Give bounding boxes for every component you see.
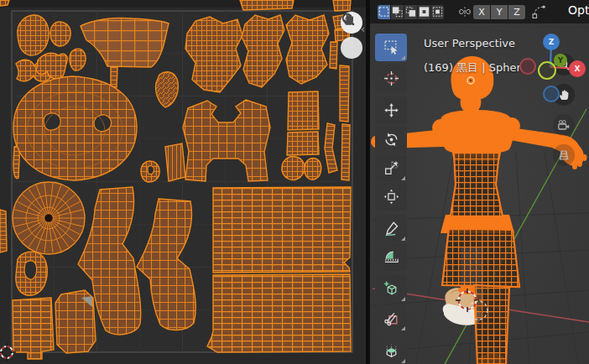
uv-island-top-fragment-b[interactable]	[333, 0, 351, 11]
uv-island-long-strip[interactable]	[340, 65, 349, 122]
uv-pan-hand-icon[interactable]	[341, 37, 362, 59]
mirror-axis-x-toggle[interactable]: X	[473, 5, 490, 19]
collapse-arrow[interactable]: ‹	[361, 23, 365, 34]
gizmo-axis-label: X	[575, 65, 581, 73]
viewport-camera-view-icon[interactable]	[553, 114, 575, 136]
uv-island-big-rect-bottom[interactable]	[207, 274, 351, 352]
viewport-3d: XYZ Opt User Perspective (169) 黒目 | Sphe…	[370, 0, 589, 364]
viewport-grid-ortho-icon[interactable]	[553, 144, 575, 166]
gizmo-hollow-axis-ball[interactable]	[520, 59, 535, 74]
uv-island-corner-fragment[interactable]	[0, 0, 9, 6]
select-mode-buttons	[378, 5, 444, 19]
add-cube-tool-button[interactable]	[375, 275, 407, 303]
select-box-tool-button[interactable]	[375, 34, 407, 61]
uv-island-ladder-strip[interactable]	[330, 42, 337, 69]
uv-island-bowtie-b[interactable]	[36, 53, 67, 78]
uv-island-blob-b[interactable]	[305, 158, 321, 179]
knife-tool-button[interactable]	[375, 304, 407, 332]
uv-island-leaf-small[interactable]	[70, 49, 86, 70]
rotate-tool-button[interactable]	[375, 126, 407, 153]
uv-canvas[interactable]	[0, 0, 366, 364]
uv-island-head-side[interactable]	[18, 15, 49, 55]
object-origin-dot	[470, 80, 472, 82]
uv-island-top-fragment-a[interactable]	[240, 0, 294, 10]
mirror-butterfly-icon[interactable]	[457, 5, 472, 19]
proportional-falloff-icon[interactable]	[531, 4, 546, 19]
uv-island-big-rect-top[interactable]	[213, 187, 351, 273]
editor-divider[interactable]: ‹	[366, 0, 370, 364]
select-extend-button[interactable]	[391, 5, 404, 19]
uv-island-long-strip-2[interactable]	[341, 124, 350, 180]
uv-island-face-mask[interactable]	[13, 76, 137, 180]
mirror-axis-toggles: XYZ	[473, 5, 525, 19]
mirror-axis-y-toggle[interactable]: Y	[491, 5, 508, 19]
select-subtract-button[interactable]	[404, 5, 417, 19]
gizmo-axis-label: Y	[557, 56, 564, 65]
uv-island-blob-a[interactable]	[282, 157, 305, 180]
measure-tool-button[interactable]	[375, 243, 407, 271]
uv-island-grid-square-b[interactable]	[287, 132, 319, 155]
mirror-axis-z-toggle[interactable]: Z	[508, 5, 525, 19]
uv-island-strip-small[interactable]	[111, 67, 117, 87]
move-tool-button[interactable]	[375, 96, 407, 124]
tool-settings-header: XYZ Opt	[370, 0, 589, 23]
model-chest	[440, 110, 513, 154]
uv-top-strip	[0, 0, 366, 8]
cursor-tool-button[interactable]	[375, 65, 407, 92]
transform-tool-button[interactable]	[375, 183, 407, 211]
scale-tool-button[interactable]	[375, 154, 407, 182]
model-leg-right-wire	[474, 285, 509, 364]
gizmo-hollow-axis-ball[interactable]	[539, 62, 555, 79]
uv-island-grid-block[interactable]	[13, 298, 54, 359]
select-invert-button[interactable]	[418, 5, 430, 19]
extrude-tool-button[interactable]	[375, 337, 407, 364]
uv-island-hole	[148, 166, 154, 174]
gizmo-hollow-axis-ball[interactable]	[544, 86, 559, 101]
select-set-button[interactable]	[378, 5, 390, 19]
uv-island-hole	[94, 115, 112, 132]
gizmo-axis-label: Z	[549, 38, 555, 46]
options-dropdown[interactable]: Opt	[568, 3, 589, 17]
uv-island-stripe-piece[interactable]	[165, 143, 185, 181]
uv-island-left-sliver[interactable]	[13, 147, 19, 179]
navigation-gizmo[interactable]: ZYX	[504, 27, 588, 110]
uv-image-editor	[0, 0, 366, 364]
model-skirt-wire	[442, 228, 519, 287]
uv-island-hole	[24, 261, 37, 279]
annotate-tool-button[interactable]	[375, 215, 407, 242]
uv-island-grid-square-a[interactable]	[288, 91, 319, 130]
select-intersect-button[interactable]	[431, 5, 444, 19]
model-torso-wire	[451, 153, 503, 216]
uv-island-ear-round[interactable]	[50, 22, 70, 46]
uv-island-edge-sliver[interactable]	[0, 210, 7, 252]
